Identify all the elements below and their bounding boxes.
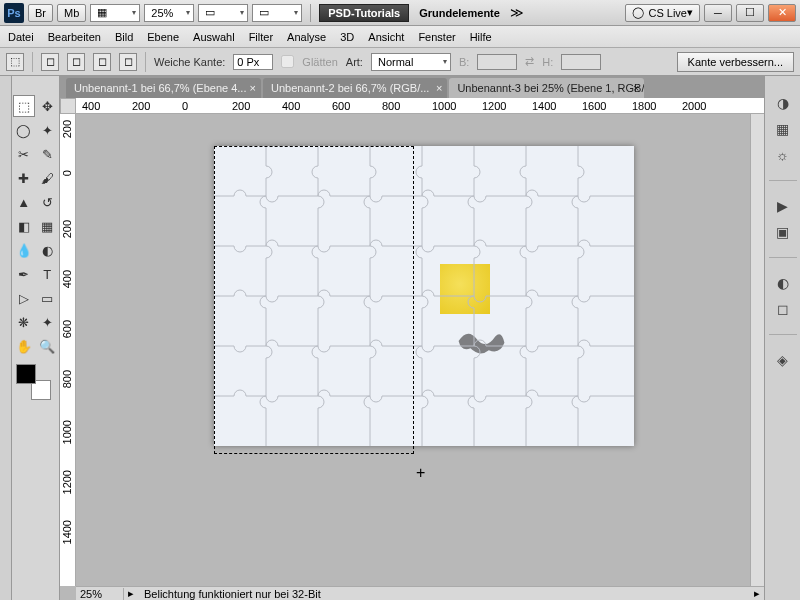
menu-auswahl[interactable]: Auswahl bbox=[193, 31, 235, 43]
style-label: Art: bbox=[346, 56, 363, 68]
color-swatches[interactable] bbox=[16, 364, 55, 400]
color-panel-icon[interactable]: ◑ bbox=[772, 92, 794, 114]
screen-mode-dropdown[interactable]: ▦ bbox=[90, 4, 140, 22]
menu-bild[interactable]: Bild bbox=[115, 31, 133, 43]
lasso-tool-icon[interactable]: ◯ bbox=[13, 119, 35, 141]
wand-tool-icon[interactable]: ✦ bbox=[37, 119, 59, 141]
menu-hilfe[interactable]: Hilfe bbox=[470, 31, 492, 43]
chevron-right-icon[interactable]: ≫ bbox=[510, 5, 524, 20]
heal-tool-icon[interactable]: ✚ bbox=[13, 167, 35, 189]
menu-ansicht[interactable]: Ansicht bbox=[368, 31, 404, 43]
ruler-origin[interactable] bbox=[60, 98, 76, 114]
shape-tool-icon[interactable]: ▭ bbox=[37, 287, 59, 309]
styles-panel-icon[interactable]: ☼ bbox=[772, 144, 794, 166]
pen-tool-icon[interactable]: ✒ bbox=[13, 263, 35, 285]
minimize-button[interactable]: ─ bbox=[704, 4, 732, 22]
horizontal-ruler[interactable]: 4002000200400600800100012001400160018002… bbox=[76, 98, 764, 114]
menu-bar: Datei Bearbeiten Bild Ebene Auswahl Filt… bbox=[0, 26, 800, 48]
feather-input[interactable] bbox=[233, 54, 273, 70]
left-gutter bbox=[0, 76, 12, 600]
type-tool-icon[interactable]: T bbox=[37, 263, 59, 285]
cslive-button[interactable]: ◯CS Live ▾ bbox=[625, 4, 700, 22]
document-canvas[interactable] bbox=[214, 146, 634, 446]
width-input bbox=[477, 54, 517, 70]
masks-panel-icon[interactable]: ◻ bbox=[772, 298, 794, 320]
doc-tab-2[interactable]: Unbenannt-2 bei 66,7% (RGB/... bbox=[263, 78, 447, 98]
add-selection-icon[interactable]: ◻ bbox=[67, 53, 85, 71]
maximize-button[interactable]: ☐ bbox=[736, 4, 764, 22]
app-label[interactable]: PSD-Tutorials bbox=[319, 4, 409, 22]
extras-dropdown[interactable]: ▭ bbox=[252, 4, 302, 22]
toolbox: ⬚✥ ◯✦ ✂✎ ✚🖌 ▲↺ ◧▦ 💧◐ ✒T ▷▭ ❋✦ ✋🔍 bbox=[12, 76, 60, 600]
zoom-tool-icon[interactable]: 🔍 bbox=[37, 335, 59, 357]
workspace-name[interactable]: Grundelemente bbox=[413, 7, 506, 19]
new-selection-icon[interactable]: ◻ bbox=[41, 53, 59, 71]
menu-datei[interactable]: Datei bbox=[8, 31, 34, 43]
adjustments-panel-icon[interactable]: ◐ bbox=[772, 272, 794, 294]
3d-camera-icon[interactable]: ✦ bbox=[37, 311, 59, 333]
style-dropdown[interactable]: Normal bbox=[371, 53, 451, 71]
document-tabs: Unbenannt-1 bei 66,7% (Ebene 4... Unbena… bbox=[60, 76, 764, 98]
height-label: H: bbox=[542, 56, 553, 68]
vertical-scrollbar[interactable] bbox=[750, 114, 764, 586]
close-button[interactable]: ✕ bbox=[768, 4, 796, 22]
arrange-dropdown[interactable]: ▭ bbox=[198, 4, 248, 22]
options-bar: ⬚ ◻ ◻ ◻ ◻ Weiche Kante: Glätten Art: Nor… bbox=[0, 48, 800, 76]
height-input bbox=[561, 54, 601, 70]
hand-tool-icon[interactable]: ✋ bbox=[13, 335, 35, 357]
crop-tool-icon[interactable]: ✂ bbox=[13, 143, 35, 165]
brush-tool-icon[interactable]: 🖌 bbox=[37, 167, 59, 189]
status-arrow2-icon[interactable]: ▸ bbox=[750, 587, 764, 600]
menu-fenster[interactable]: Fenster bbox=[418, 31, 455, 43]
zoom-dropdown[interactable]: 25% bbox=[144, 4, 194, 22]
width-label: B: bbox=[459, 56, 469, 68]
marquee-tool-icon[interactable]: ⬚ bbox=[13, 95, 35, 117]
minibridge-button[interactable]: Mb bbox=[57, 4, 86, 22]
right-panel: ◑ ▦ ☼ ▶ ▣ ◐ ◻ ◈ bbox=[764, 76, 800, 600]
status-message: Belichtung funktioniert nur bei 32-Bit bbox=[138, 588, 750, 600]
stamp-tool-icon[interactable]: ▲ bbox=[13, 191, 35, 213]
menu-3d[interactable]: 3D bbox=[340, 31, 354, 43]
history-brush-icon[interactable]: ↺ bbox=[37, 191, 59, 213]
menu-bearbeiten[interactable]: Bearbeiten bbox=[48, 31, 101, 43]
canvas-viewport[interactable]: + bbox=[76, 114, 750, 586]
intersect-selection-icon[interactable]: ◻ bbox=[119, 53, 137, 71]
status-arrow-icon[interactable]: ▸ bbox=[124, 587, 138, 600]
move-tool-icon[interactable]: ✥ bbox=[37, 95, 59, 117]
layers-comp-icon[interactable]: ▣ bbox=[772, 221, 794, 243]
dodge-tool-icon[interactable]: ◐ bbox=[37, 239, 59, 261]
subtract-selection-icon[interactable]: ◻ bbox=[93, 53, 111, 71]
bridge-button[interactable]: Br bbox=[28, 4, 53, 22]
layers-panel-icon[interactable]: ◈ bbox=[772, 349, 794, 371]
menu-ebene[interactable]: Ebene bbox=[147, 31, 179, 43]
antialias-checkbox bbox=[281, 55, 294, 68]
title-bar: Ps Br Mb ▦ 25% ▭ ▭ PSD-Tutorials Grundel… bbox=[0, 0, 800, 26]
blur-tool-icon[interactable]: 💧 bbox=[13, 239, 35, 261]
refine-edge-button[interactable]: Kante verbessern... bbox=[677, 52, 794, 72]
status-zoom[interactable]: 25% bbox=[76, 588, 124, 600]
path-tool-icon[interactable]: ▷ bbox=[13, 287, 35, 309]
feather-label: Weiche Kante: bbox=[154, 56, 225, 68]
foreground-color-swatch[interactable] bbox=[16, 364, 36, 384]
menu-analyse[interactable]: Analyse bbox=[287, 31, 326, 43]
status-bar: 25% ▸ Belichtung funktioniert nur bei 32… bbox=[76, 586, 764, 600]
crosshair-cursor-icon: + bbox=[416, 464, 425, 482]
gradient-tool-icon[interactable]: ▦ bbox=[37, 215, 59, 237]
vertical-ruler[interactable]: 2000200400600800100012001400 bbox=[60, 114, 76, 586]
doc-tab-3[interactable]: Unbenannt-3 bei 25% (Ebene 1, RGB/8) * bbox=[449, 78, 644, 98]
ps-logo-icon: Ps bbox=[4, 3, 24, 23]
puzzle-grid bbox=[214, 146, 634, 446]
swatches-panel-icon[interactable]: ▦ bbox=[772, 118, 794, 140]
menu-filter[interactable]: Filter bbox=[249, 31, 273, 43]
3d-tool-icon[interactable]: ❋ bbox=[13, 311, 35, 333]
link-icon: ⇄ bbox=[525, 55, 534, 68]
actions-panel-icon[interactable]: ▶ bbox=[772, 195, 794, 217]
tool-preset-icon[interactable]: ⬚ bbox=[6, 53, 24, 71]
eraser-tool-icon[interactable]: ◧ bbox=[13, 215, 35, 237]
eyedropper-tool-icon[interactable]: ✎ bbox=[37, 143, 59, 165]
antialias-label: Glätten bbox=[302, 56, 337, 68]
doc-tab-1[interactable]: Unbenannt-1 bei 66,7% (Ebene 4... bbox=[66, 78, 261, 98]
work-area: Unbenannt-1 bei 66,7% (Ebene 4... Unbena… bbox=[60, 76, 764, 600]
